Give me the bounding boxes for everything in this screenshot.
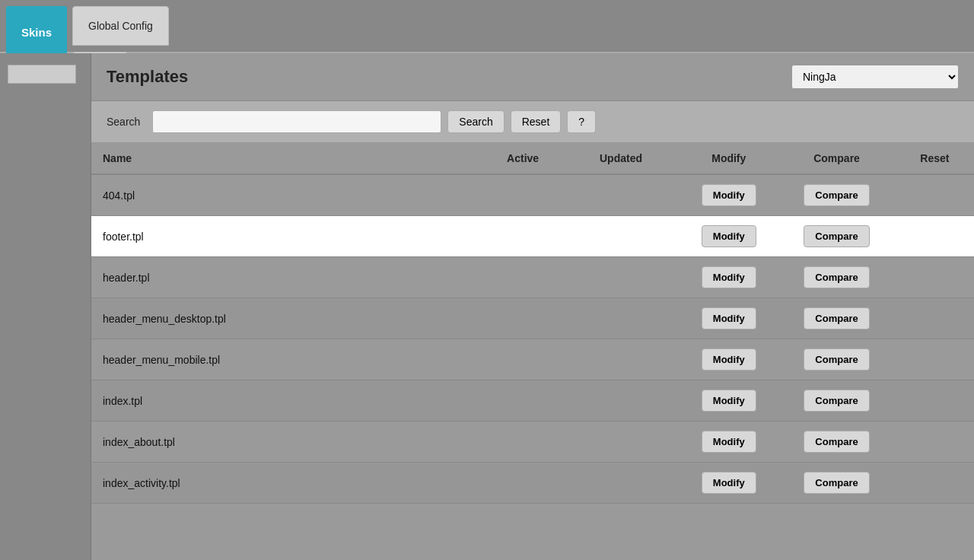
cell-name: index_activity.tpl xyxy=(91,463,484,504)
modify-button[interactable]: Modify xyxy=(702,184,756,206)
col-header-updated: Updated xyxy=(562,143,680,174)
cell-reset xyxy=(896,174,974,216)
col-header-active: Active xyxy=(484,143,562,174)
compare-button[interactable]: Compare xyxy=(804,266,869,288)
search-bar: Search Search Reset ? xyxy=(91,101,974,143)
col-header-compare: Compare xyxy=(778,143,896,174)
cell-modify: Modify xyxy=(680,257,778,298)
cell-reset xyxy=(896,257,974,298)
cell-active xyxy=(484,216,562,257)
col-header-modify: Modify xyxy=(680,143,778,174)
cell-updated xyxy=(562,463,680,504)
cell-reset xyxy=(896,463,974,504)
table-row: header.tplModifyCompare xyxy=(91,257,974,298)
cell-updated xyxy=(562,216,680,257)
cell-modify: Modify xyxy=(680,380,778,422)
cell-compare: Compare xyxy=(778,339,896,380)
table-row: index_about.tplModifyCompare xyxy=(91,422,974,463)
compare-button[interactable]: Compare xyxy=(804,472,869,494)
cell-updated xyxy=(562,298,680,339)
modify-button[interactable]: Modify xyxy=(702,472,756,494)
cell-reset xyxy=(896,422,974,463)
cell-reset xyxy=(896,339,974,380)
cell-modify: Modify xyxy=(680,174,778,216)
cell-name: index_about.tpl xyxy=(91,422,484,463)
search-input[interactable] xyxy=(152,110,441,133)
compare-button[interactable]: Compare xyxy=(804,431,869,453)
cell-active xyxy=(484,339,562,380)
compare-button[interactable]: Compare xyxy=(804,348,869,371)
cell-modify: Modify xyxy=(680,422,778,463)
cell-name: index.tpl xyxy=(91,380,484,422)
cell-active xyxy=(484,380,562,422)
cell-compare: Compare xyxy=(778,174,896,216)
cell-modify: Modify xyxy=(680,216,778,257)
content-area: Templates NingJaDefaultCustom Search Sea… xyxy=(91,53,974,560)
compare-button[interactable]: Compare xyxy=(804,307,869,329)
top-nav: Skins Global ConfigStyleImagesLanguageTe… xyxy=(0,0,974,53)
table-row: 404.tplModifyCompare xyxy=(91,174,974,216)
sidebar-spacer xyxy=(0,88,91,118)
cell-compare: Compare xyxy=(778,298,896,339)
cell-name: 404.tpl xyxy=(91,174,484,216)
cell-updated xyxy=(562,380,680,422)
sidebar xyxy=(0,53,91,560)
table-header: Name Active Updated Modify Compare Reset xyxy=(91,143,974,174)
modify-button[interactable]: Modify xyxy=(702,307,756,329)
templates-table: Name Active Updated Modify Compare Reset… xyxy=(91,143,974,504)
modify-button[interactable]: Modify xyxy=(702,390,756,412)
cell-updated xyxy=(562,422,680,463)
cell-modify: Modify xyxy=(680,339,778,380)
cell-name: footer.tpl xyxy=(91,216,484,257)
compare-button[interactable]: Compare xyxy=(804,390,869,412)
table-body: 404.tplModifyComparefooter.tplModifyComp… xyxy=(91,174,974,504)
cell-reset xyxy=(896,380,974,422)
cell-active xyxy=(484,257,562,298)
main-layout: Templates NingJaDefaultCustom Search Sea… xyxy=(0,53,974,560)
cell-active xyxy=(484,463,562,504)
cell-reset xyxy=(896,216,974,257)
modify-button[interactable]: Modify xyxy=(702,266,756,288)
cell-reset xyxy=(896,298,974,339)
cell-active xyxy=(484,174,562,216)
cell-name: header.tpl xyxy=(91,257,484,298)
modify-button[interactable]: Modify xyxy=(702,225,756,247)
modify-button[interactable]: Modify xyxy=(702,348,756,371)
table-row: header_menu_mobile.tplModifyCompare xyxy=(91,339,974,380)
table-wrapper: Name Active Updated Modify Compare Reset… xyxy=(91,143,974,504)
col-header-reset: Reset xyxy=(896,143,974,174)
table-row: index.tplModifyCompare xyxy=(91,380,974,422)
sidebar-input[interactable] xyxy=(8,65,76,84)
nav-tab-global-config[interactable]: Global Config xyxy=(72,6,169,46)
nav-skins-button[interactable]: Skins xyxy=(6,6,67,58)
nav-tabs: Global ConfigStyleImagesLanguageTemplate… xyxy=(70,0,171,52)
cell-modify: Modify xyxy=(680,298,778,339)
cell-name: header_menu_mobile.tpl xyxy=(91,339,484,380)
reset-button[interactable]: Reset xyxy=(511,110,562,133)
table-row: header_menu_desktop.tplModifyCompare xyxy=(91,298,974,339)
cell-updated xyxy=(562,257,680,298)
cell-active xyxy=(484,422,562,463)
compare-button[interactable]: Compare xyxy=(804,184,869,206)
table-row: footer.tplModifyCompare xyxy=(91,216,974,257)
col-header-name: Name xyxy=(91,143,484,174)
cell-compare: Compare xyxy=(778,216,896,257)
help-button[interactable]: ? xyxy=(567,110,596,133)
table-row: index_activity.tplModifyCompare xyxy=(91,463,974,504)
cell-name: header_menu_desktop.tpl xyxy=(91,298,484,339)
cell-active xyxy=(484,298,562,339)
search-button[interactable]: Search xyxy=(447,110,504,133)
cell-compare: Compare xyxy=(778,380,896,422)
cell-updated xyxy=(562,174,680,216)
cell-modify: Modify xyxy=(680,463,778,504)
page-header: Templates NingJaDefaultCustom xyxy=(91,53,974,101)
modify-button[interactable]: Modify xyxy=(702,431,756,453)
cell-compare: Compare xyxy=(778,257,896,298)
cell-compare: Compare xyxy=(778,422,896,463)
cell-updated xyxy=(562,339,680,380)
compare-button[interactable]: Compare xyxy=(804,225,869,247)
skin-dropdown[interactable]: NingJaDefaultCustom xyxy=(791,65,959,89)
cell-compare: Compare xyxy=(778,463,896,504)
page-title: Templates xyxy=(107,67,188,87)
search-label: Search xyxy=(107,116,140,128)
